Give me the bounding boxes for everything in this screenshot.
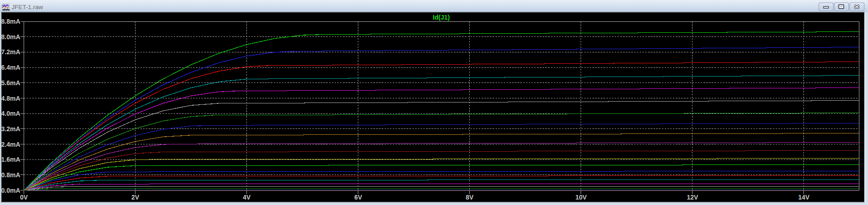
svg-text:10V: 10V: [575, 194, 587, 201]
svg-text:8V: 8V: [466, 194, 474, 201]
svg-text:3.2mA: 3.2mA: [1, 125, 20, 133]
svg-text:0V: 0V: [20, 194, 28, 201]
svg-text:2V: 2V: [131, 194, 140, 201]
svg-text:6V: 6V: [354, 194, 362, 201]
svg-text:1.6mA: 1.6mA: [1, 156, 20, 163]
svg-text:4.0mA: 4.0mA: [1, 110, 20, 117]
svg-text:0.8mA: 0.8mA: [1, 171, 20, 179]
svg-text:0.0mA: 0.0mA: [1, 187, 20, 194]
svg-text:Id(J1): Id(J1): [433, 14, 450, 21]
svg-text:7.2mA: 7.2mA: [1, 48, 20, 56]
svg-text:6.4mA: 6.4mA: [1, 64, 20, 71]
svg-text:8.8mA: 8.8mA: [1, 18, 20, 25]
svg-text:5.6mA: 5.6mA: [1, 79, 20, 87]
svg-text:4V: 4V: [243, 194, 251, 201]
svg-text:JFET-1.raw: JFET-1.raw: [12, 4, 43, 10]
svg-text:8.0mA: 8.0mA: [1, 33, 20, 41]
svg-text:12V: 12V: [687, 194, 698, 201]
svg-text:4.8mA: 4.8mA: [1, 95, 20, 102]
svg-text:2.4mA: 2.4mA: [1, 141, 20, 148]
svg-text:14V: 14V: [798, 194, 810, 201]
